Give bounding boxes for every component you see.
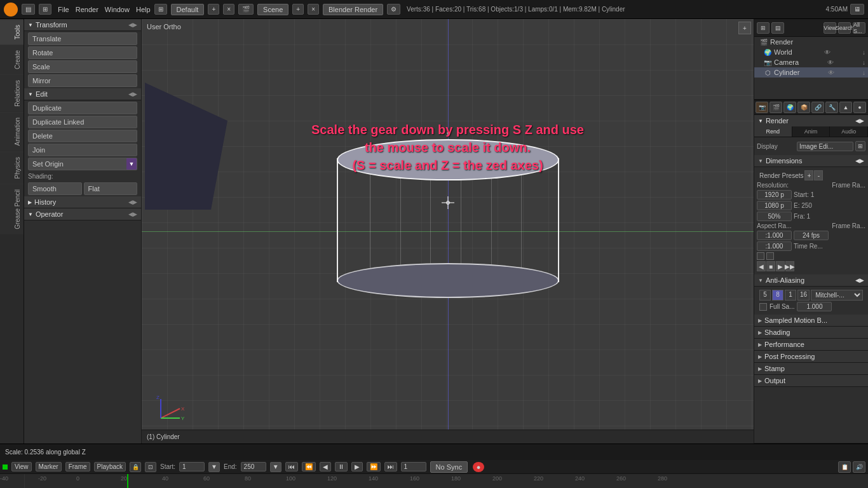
tl-rec-btn[interactable]: ⊡	[145, 462, 156, 472]
sys-icon[interactable]: 🖥	[850, 4, 864, 15]
tl-current-frame[interactable]: 1	[401, 462, 426, 471]
aspect-x-field[interactable]: :1.000	[757, 231, 792, 240]
tl-lock-btn[interactable]: 🔒	[130, 462, 141, 472]
engine-selector[interactable]: Default	[171, 4, 205, 15]
rotate-btn[interactable]: Rotate	[28, 46, 137, 59]
tl-view-btn[interactable]: View	[11, 462, 32, 471]
set-origin-btn[interactable]: Set Origin ▼	[28, 158, 137, 170]
prop-icon-world[interactable]: 🌍	[783, 102, 796, 113]
render-collapse[interactable]: ◀▶	[855, 118, 864, 124]
tl-playback-btn[interactable]: Playback	[94, 462, 126, 471]
stamp-header[interactable]: ▶ Stamp	[754, 363, 868, 375]
display-icon[interactable]: ⊞	[855, 141, 865, 151]
fps-field[interactable]: 24 fps	[794, 231, 829, 240]
history-collapse[interactable]: ◀▶	[128, 199, 137, 205]
tl-end-arrow[interactable]: ▼	[270, 462, 281, 472]
menu-window[interactable]: Window	[105, 6, 130, 13]
edit-section-header[interactable]: ▼ Edit ◀▶	[24, 88, 141, 100]
nav-next[interactable]: ▶	[776, 261, 785, 271]
display-select[interactable]: Image Edi...	[797, 142, 853, 151]
render-engine-selector[interactable]: Blender Render	[323, 4, 383, 15]
sampled-motion-header[interactable]: ▶ Sampled Motion B...	[754, 315, 868, 327]
nav-prev[interactable]: ◀	[757, 261, 766, 271]
viewport-expand-btn[interactable]: +	[738, 22, 751, 34]
flat-btn[interactable]: Flat	[84, 182, 138, 195]
layout-icon-btn[interactable]: ⊞	[154, 4, 167, 15]
tl-jump-prev-key[interactable]: ⏪	[302, 462, 316, 471]
delete-btn[interactable]: Delete	[28, 130, 137, 142]
translate-btn[interactable]: Translate	[28, 32, 137, 45]
prop-icon-modifier[interactable]: 🔧	[825, 102, 838, 113]
prop-icon-constraint[interactable]: 🔗	[811, 102, 824, 113]
layout-add-btn[interactable]: +	[208, 4, 219, 15]
scale-btn[interactable]: Scale	[28, 60, 137, 73]
mirror-btn[interactable]: Mirror	[28, 74, 137, 87]
nav-stop[interactable]: ■	[766, 261, 775, 271]
tl-play[interactable]: ▶	[351, 462, 363, 471]
transform-section-header[interactable]: ▼ Transform ◀▶	[24, 19, 141, 31]
aa-val-5[interactable]: 5	[759, 290, 771, 301]
tl-frame-btn[interactable]: Frame	[65, 462, 90, 471]
operator-section-header[interactable]: ▼ Operator ◀▶	[24, 208, 141, 220]
tl-rec-dot[interactable]: ●	[473, 462, 484, 472]
vtab-physics[interactable]: Physics	[0, 151, 24, 184]
full-sa-checkbox[interactable]	[759, 303, 767, 311]
view-btn[interactable]: View	[824, 22, 836, 34]
outliner-item-world[interactable]: 🌍 World 👁 ↓	[754, 47, 868, 57]
checkbox-1[interactable]	[757, 252, 764, 260]
prop-icon-scene[interactable]: 🎬	[770, 102, 782, 113]
render-header[interactable]: ▼ Render ◀▶	[754, 115, 868, 126]
outliner-item-cylinder[interactable]: ⬡ Cylinder 👁 ↓	[754, 67, 868, 78]
tl-end-field[interactable]: 250	[241, 462, 266, 471]
scene-icon[interactable]: 🎬	[238, 4, 254, 15]
prop-icon-render[interactable]: 📷	[756, 102, 768, 113]
icon-btn-1[interactable]: ▤	[22, 4, 35, 15]
operator-collapse[interactable]: ◀▶	[128, 211, 137, 217]
camera-eye-icon[interactable]: 👁	[827, 59, 834, 66]
presets-plus[interactable]: +	[804, 170, 813, 180]
tab-audio[interactable]: Audio	[830, 126, 868, 137]
transform-collapse[interactable]: ◀▶	[128, 22, 137, 28]
tl-jump-next-key[interactable]: ⏩	[367, 462, 381, 471]
vtab-animation[interactable]: Animation	[0, 112, 24, 151]
outliner-item-camera[interactable]: 📷 Camera 👁 ↓	[754, 57, 868, 67]
nav-end[interactable]: ▶▶	[785, 261, 794, 271]
aa-val-16[interactable]: 16	[797, 290, 810, 301]
vtab-relations[interactable]: Relations	[0, 74, 24, 112]
checkbox-2[interactable]	[766, 252, 774, 260]
aa-val-1[interactable]: 1	[785, 290, 796, 301]
viewport[interactable]: User Ortho Scale the gear down by pressi…	[142, 19, 754, 444]
menu-help[interactable]: Help	[136, 6, 151, 13]
outliner-item-render[interactable]: 🎬 Render	[754, 37, 868, 47]
full-sa-val[interactable]: 1.000	[797, 302, 832, 311]
vtab-create[interactable]: Create	[0, 44, 24, 74]
vtab-tools[interactable]: Tools	[0, 19, 24, 44]
history-section-header[interactable]: ▶ History ◀▶	[24, 196, 141, 208]
tl-start-field[interactable]: 1	[179, 462, 205, 471]
search-btn[interactable]: Search	[838, 22, 851, 34]
aa-val-8[interactable]: 8	[772, 290, 783, 301]
performance-header[interactable]: ▶ Performance	[754, 339, 868, 351]
tl-right-icon-1[interactable]: 📋	[838, 461, 851, 473]
aspect-y-field[interactable]: :1.000	[757, 241, 792, 251]
res-y-field[interactable]: 1080 p	[757, 201, 792, 210]
tab-anim[interactable]: Anim	[792, 126, 831, 137]
tl-jump-end[interactable]: ⏭	[384, 462, 397, 471]
timeline-track[interactable]: -40 -20 0 20 40 60 80 100 120 140 160 18…	[0, 474, 868, 488]
presets-minus[interactable]: -	[814, 170, 823, 180]
menu-file[interactable]: File	[58, 6, 69, 13]
join-btn[interactable]: Join	[28, 144, 137, 156]
world-restrict-icon[interactable]: ↓	[862, 49, 865, 56]
camera-restrict-icon[interactable]: ↓	[862, 59, 865, 66]
prop-icon-material[interactable]: ●	[853, 102, 866, 113]
shading-section-header[interactable]: ▶ Shading	[754, 327, 868, 339]
tl-play-back[interactable]: ◀	[320, 462, 331, 471]
duplicate-linked-btn[interactable]: Duplicate Linked	[28, 116, 137, 128]
duplicate-btn[interactable]: Duplicate	[28, 102, 137, 114]
res-x-field[interactable]: 1920 p	[757, 190, 792, 200]
tl-start-arrow[interactable]: ▼	[208, 462, 220, 472]
layout-x-btn[interactable]: ×	[223, 4, 234, 15]
vtab-grease-pencil[interactable]: Grease Pencil	[0, 184, 24, 234]
output-header[interactable]: ▶ Output	[754, 375, 868, 387]
dimensions-collapse[interactable]: ◀▶	[855, 158, 864, 164]
